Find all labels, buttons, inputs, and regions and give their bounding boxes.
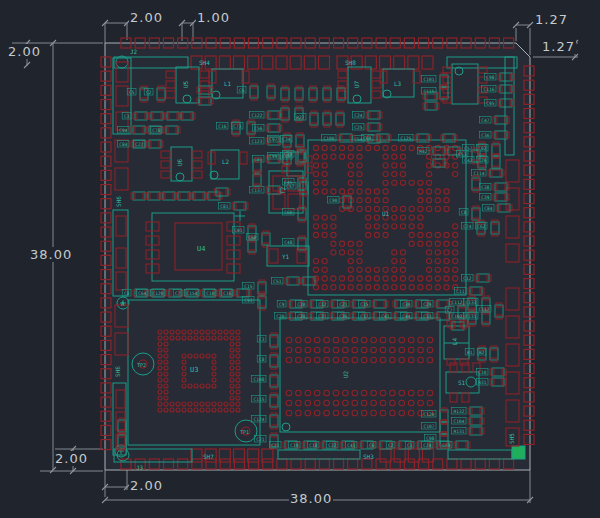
ref-label: C74 <box>463 224 472 229</box>
pcb-cad-viewport[interactable]: C5C2C6R27C3C94C78C84C22C16C73C122C56C123… <box>0 0 600 518</box>
ref-label: C12 <box>318 302 327 307</box>
ref-label: C42 <box>464 158 473 163</box>
ref-label: C13 <box>423 314 432 319</box>
ref-label: R42 <box>419 149 428 154</box>
ref-label[interactable]: TP2 <box>137 362 146 368</box>
ref-label[interactable]: L1 <box>224 80 232 87</box>
ref-label[interactable]: L3 <box>394 80 402 87</box>
ref-label: C69 <box>363 136 372 141</box>
ref-label: C99 <box>269 154 278 159</box>
pcb-layout-canvas[interactable]: C5C2C6R27C3C94C78C84C22C16C73C122C56C123… <box>0 0 600 518</box>
ref-label: R131 <box>453 429 464 434</box>
ref-label: C7 <box>175 291 181 296</box>
ref-label: C28 <box>297 314 306 319</box>
ref-label: C36 <box>481 133 490 138</box>
ref-label: B2 <box>479 350 485 355</box>
ref-label: R31 <box>478 380 487 385</box>
ref-label: C84 <box>119 142 128 147</box>
ref-label[interactable]: SH7 <box>203 453 214 460</box>
ref-label[interactable]: U2 <box>342 370 349 378</box>
ref-label[interactable]: U7 <box>353 80 360 88</box>
ref-label[interactable]: S1 <box>458 379 466 386</box>
ref-label[interactable]: SH6 <box>114 366 121 377</box>
ref-label: C3 <box>124 114 130 119</box>
dim-chamfer-x-label: 1.27 <box>534 12 569 27</box>
ref-label[interactable]: U6 <box>176 158 183 166</box>
dim-top-offset-label: 2.00 <box>129 10 164 25</box>
ref-label: C45 <box>284 180 293 185</box>
ref-label: C101 <box>423 77 434 82</box>
ref-label: C41 <box>347 443 356 448</box>
ref-label: C102 <box>451 314 462 319</box>
ref-label: C60 <box>284 210 293 215</box>
ref-label: C16 <box>223 291 232 296</box>
ref-label: C131 <box>465 314 476 319</box>
ref-label[interactable]: U4 <box>197 245 205 253</box>
ref-label[interactable]: T2 <box>279 186 286 194</box>
ref-label[interactable]: SH4 <box>199 59 210 66</box>
ref-label: C58 <box>248 235 257 240</box>
ref-label: C6 <box>369 443 375 448</box>
ref-label[interactable]: L4 <box>451 337 458 345</box>
ref-label[interactable]: L2 <box>222 158 230 165</box>
ref-label[interactable]: U5 <box>182 80 189 88</box>
ref-label: C53 <box>458 152 467 157</box>
ref-label: C57 <box>464 146 473 151</box>
ref-label: C2 <box>146 90 152 95</box>
ref-label: C6 <box>239 88 245 93</box>
ref-label: C115 <box>253 397 264 402</box>
ref-label: C38 <box>481 185 490 190</box>
component-outline[interactable] <box>512 446 525 459</box>
ref-label: C117 <box>478 307 489 312</box>
ref-label: C21 <box>256 437 265 442</box>
ref-label: C25 <box>354 125 363 130</box>
ref-label[interactable]: J2 <box>130 48 138 55</box>
ref-label: C5 <box>129 90 135 95</box>
ref-label: C11 <box>456 289 465 294</box>
ref-label: R27 <box>296 115 305 120</box>
ref-label: C3 <box>259 337 265 342</box>
ref-label: C56 <box>254 126 263 131</box>
ref-label[interactable]: SH3 <box>363 453 374 460</box>
ref-label: C17 <box>360 314 369 319</box>
ref-label: C64 <box>138 291 147 296</box>
ref-label[interactable]: SH6 <box>115 196 122 207</box>
ref-label[interactable]: U3 <box>190 366 198 374</box>
ref-label: C97 <box>269 137 278 142</box>
ref-label[interactable]: J3 <box>136 464 144 471</box>
ref-label[interactable]: SH5 <box>508 433 515 444</box>
ref-label: C95 <box>486 101 495 106</box>
ref-label: C90 <box>329 198 338 203</box>
ref-label[interactable]: A <box>121 300 125 307</box>
ref-label: C1 <box>407 443 413 448</box>
ref-label: C125 <box>400 136 411 141</box>
ref-label[interactable]: SH8 <box>345 59 356 66</box>
ref-label: C19 <box>290 443 299 448</box>
ref-label: C122 <box>251 113 262 118</box>
ref-label: C10 <box>297 302 306 307</box>
ref-label: C114 <box>473 171 484 176</box>
ref-label: C123 <box>251 139 262 144</box>
ref-label: C32 <box>328 443 337 448</box>
ref-label: C39 <box>481 195 490 200</box>
ref-label: C104 <box>453 419 464 424</box>
ref-label: C29 <box>423 302 432 307</box>
ref-label: C49 <box>284 152 293 157</box>
ref-label[interactable]: TP1 <box>240 429 249 435</box>
ref-label: C133 <box>465 300 476 305</box>
ref-label[interactable]: U1 <box>382 210 390 217</box>
ref-label: C8 <box>259 357 265 362</box>
ref-label: C98 <box>426 436 435 441</box>
ref-label: C20 <box>276 314 285 319</box>
ref-label: C22 <box>135 142 144 147</box>
ref-label: C27 <box>318 314 327 319</box>
ref-label: C93 <box>244 298 253 303</box>
ref-label: C9 <box>279 302 285 307</box>
ref-label: C41 <box>381 314 390 319</box>
ref-label: C26 <box>339 314 348 319</box>
ref-label: C51 <box>273 279 282 284</box>
ref-label: C99 <box>442 443 451 448</box>
ref-label: C21 <box>339 302 348 307</box>
ref-label[interactable]: Y1 <box>282 253 290 260</box>
dim-bottom-left-label: 2.00 <box>129 478 164 493</box>
